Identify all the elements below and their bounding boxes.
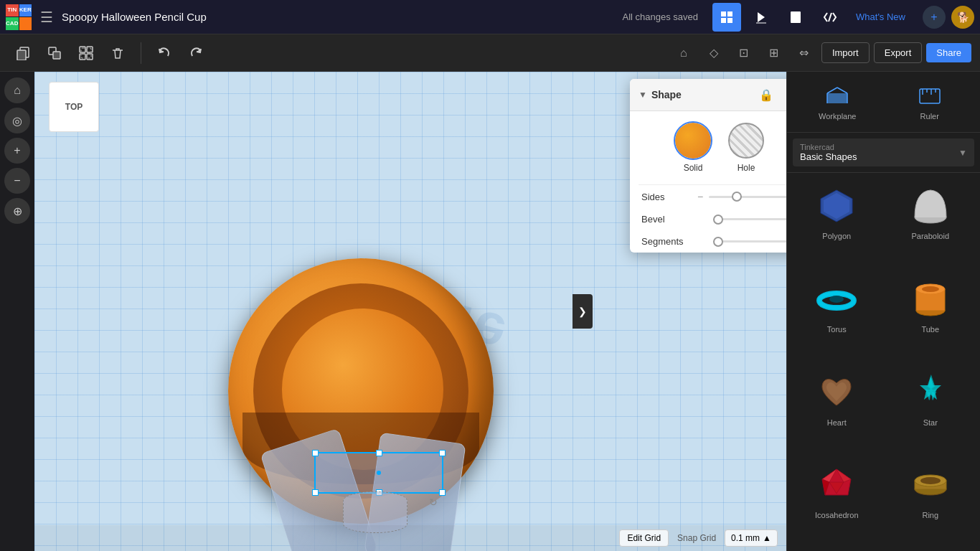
redo-btn[interactable] — [182, 39, 210, 67]
selected-shape[interactable]: ↻ — [314, 452, 443, 494]
workplane-ruler: Workplane Ruler — [787, 72, 980, 133]
file-btn[interactable] — [781, 3, 810, 32]
ring-thumb — [909, 463, 952, 507]
share-btn[interactable]: Share — [926, 43, 971, 62]
viewport[interactable]: kplane TOP — [34, 72, 786, 551]
snap-chevron-icon: ▲ — [763, 533, 771, 543]
shape-item-polygon[interactable]: Polygon — [793, 179, 881, 266]
heart-label: Heart — [827, 418, 847, 427]
compass-btn[interactable]: ⊕ — [4, 198, 30, 224]
bevel-slider-area — [697, 218, 786, 220]
user-area: + 🐕 — [923, 6, 974, 29]
hole-type-btn[interactable]: Hole — [728, 123, 764, 173]
solid-circle — [675, 123, 711, 159]
rotate-handle[interactable]: ↻ — [429, 496, 438, 508]
svg-line-18 — [827, 88, 837, 93]
center-marker — [377, 471, 381, 475]
bevel-slider[interactable] — [713, 218, 786, 220]
duplicate-btn[interactable] — [40, 39, 69, 67]
build-view-btn[interactable] — [747, 3, 776, 32]
zoom-out-btn[interactable]: − — [4, 168, 30, 194]
solid-label: Solid — [684, 163, 703, 173]
list-icon[interactable]: ☰ — [40, 9, 53, 26]
shape-item-tube[interactable]: Tube — [887, 272, 975, 359]
sides-minus-icon: − — [697, 191, 703, 202]
ruler-icon — [917, 83, 943, 109]
ruler-label: Ruler — [920, 112, 939, 121]
view-mirror-btn[interactable]: ⊡ — [731, 40, 757, 66]
segments-slider-area — [697, 240, 786, 242]
home-view-btn[interactable]: ⌂ — [4, 77, 30, 103]
copy-btn[interactable] — [9, 39, 37, 67]
panel-light-btn[interactable]: 💡 — [781, 85, 786, 105]
panel-lock-btn[interactable]: 🔒 — [756, 85, 776, 105]
polygon-label: Polygon — [822, 232, 851, 240]
svg-point-32 — [829, 296, 844, 303]
handle-tr[interactable] — [439, 450, 446, 456]
panel-collapse-icon[interactable]: ▼ — [639, 90, 647, 100]
toolbar-right: ⌂ ◇ ⊡ ⊞ ⇔ Import Export Share — [671, 40, 971, 66]
sides-label: Sides — [641, 192, 692, 202]
segments-row: Segments 1 — [630, 230, 786, 253]
shape-item-icosahedron[interactable]: Icosahedron — [793, 458, 881, 545]
logo: TIN KER CAD — [6, 4, 32, 30]
handle-tl[interactable] — [312, 450, 319, 456]
shape-item-paraboloid[interactable]: Paraboloid — [887, 179, 975, 266]
orbit-btn[interactable]: ◎ — [4, 108, 30, 133]
selector-chevron-icon: ▼ — [958, 148, 967, 158]
sides-slider-area: − — [697, 191, 786, 202]
tube-thumb — [909, 278, 952, 321]
delete-btn[interactable] — [103, 39, 132, 67]
svg-rect-9 — [17, 50, 26, 60]
svg-rect-7 — [793, 20, 796, 22]
handle-tm[interactable] — [376, 450, 382, 456]
snap-grid-label: Snap Grid — [677, 533, 716, 543]
solid-type-btn[interactable]: Solid — [675, 123, 711, 173]
zoom-in-btn[interactable]: + — [4, 138, 30, 164]
workplane-btn[interactable]: Workplane — [793, 77, 882, 126]
add-user-btn[interactable]: + — [923, 6, 946, 29]
edit-grid-btn[interactable]: Edit Grid — [619, 529, 669, 547]
sides-slider[interactable] — [709, 196, 786, 198]
hole-circle — [728, 123, 764, 159]
svg-rect-6 — [793, 17, 798, 19]
handle-br[interactable] — [439, 489, 446, 496]
icosahedron-label: Icosahedron — [815, 511, 859, 519]
toolbar-divider-1 — [141, 42, 141, 64]
svg-rect-12 — [80, 47, 85, 52]
segments-slider[interactable] — [713, 240, 786, 242]
panel-collapse-btn[interactable]: ❯ — [573, 294, 593, 329]
view-home-btn[interactable]: ⌂ — [671, 40, 697, 66]
torus-thumb — [815, 278, 858, 321]
group-btn[interactable] — [72, 39, 100, 67]
ruler-btn[interactable]: Ruler — [885, 77, 975, 126]
snap-grid-value[interactable]: 0.1 mm ▲ — [725, 529, 778, 547]
shape-item-heart[interactable]: Heart — [793, 365, 881, 453]
svg-rect-3 — [727, 18, 732, 23]
sides-row: Sides − 20 — [630, 185, 786, 208]
undo-btn[interactable] — [150, 39, 179, 67]
handle-bl[interactable] — [312, 489, 319, 496]
export-btn[interactable]: Export — [874, 42, 923, 63]
grid-view-btn[interactable] — [712, 3, 741, 32]
shape-item-ring[interactable]: Ring — [887, 458, 975, 545]
panel-selector-inner[interactable]: Tinkercad Basic Shapes ▼ — [793, 138, 974, 166]
heart-thumb — [815, 371, 858, 414]
svg-rect-1 — [727, 11, 732, 17]
bevel-label: Bevel — [641, 214, 692, 225]
main-content: ⌂ ◎ + − ⊕ kplane TOP — [0, 72, 980, 551]
import-btn[interactable]: Import — [821, 42, 870, 63]
view-align-btn[interactable]: ⊞ — [761, 40, 787, 66]
avatar[interactable]: 🐕 — [951, 6, 974, 29]
svg-rect-15 — [87, 54, 93, 60]
view-shape-btn[interactable]: ◇ — [701, 40, 727, 66]
code-btn[interactable] — [816, 3, 844, 32]
star-label: Star — [923, 418, 938, 427]
whats-new-btn[interactable]: What's New — [850, 11, 911, 22]
shape-item-torus[interactable]: Torus — [793, 272, 881, 359]
view-flip-btn[interactable]: ⇔ — [791, 40, 817, 66]
svg-point-36 — [922, 286, 939, 292]
svg-line-19 — [837, 88, 847, 93]
shape-item-star[interactable]: Star — [887, 365, 975, 453]
svg-rect-0 — [721, 11, 726, 17]
